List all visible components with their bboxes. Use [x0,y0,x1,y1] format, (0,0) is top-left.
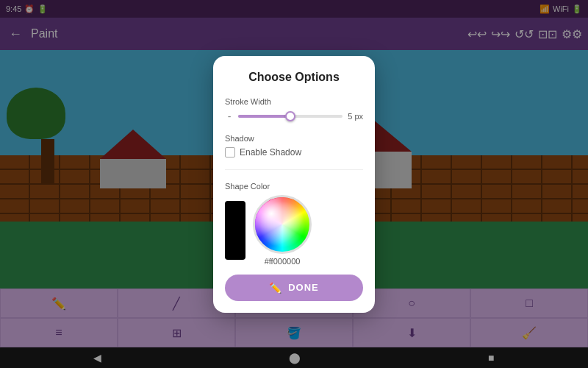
slider-minus-icon[interactable]: - [225,110,234,122]
slider-fill [238,115,290,118]
enable-shadow-label: Enable Shadow [240,147,301,158]
shadow-label: Shadow [225,134,363,143]
color-swatch[interactable] [225,201,245,260]
shape-color-section: Shape Color #ff000000 [225,182,363,266]
color-wheel[interactable] [253,195,312,254]
slider-track[interactable] [238,115,343,118]
dialog-title: Choose Options [225,71,363,84]
enable-shadow-checkbox[interactable] [225,147,235,158]
color-wheel-inner [255,197,309,252]
shape-color-label: Shape Color [225,182,363,191]
modal-overlay[interactable]: Choose Options Stroke Width - 5 px Shado… [0,0,588,368]
slider-value: 5 px [347,112,363,121]
shadow-checkbox-row: Enable Shadow [225,147,363,158]
color-hex-value: #ff000000 [253,257,312,266]
color-wheel-container: #ff000000 [253,195,312,266]
color-display: #ff000000 [225,195,363,266]
done-button[interactable]: ✏️ DONE [225,275,363,301]
stroke-width-label: Stroke Width [225,97,363,106]
shadow-section: Shadow Enable Shadow [225,134,363,170]
done-label: DONE [288,282,319,293]
choose-options-dialog: Choose Options Stroke Width - 5 px Shado… [213,56,375,313]
stroke-width-slider-row: - 5 px [225,110,363,122]
slider-thumb[interactable] [285,111,295,121]
done-icon: ✏️ [269,282,282,294]
stroke-width-section: Stroke Width - 5 px [225,97,363,122]
